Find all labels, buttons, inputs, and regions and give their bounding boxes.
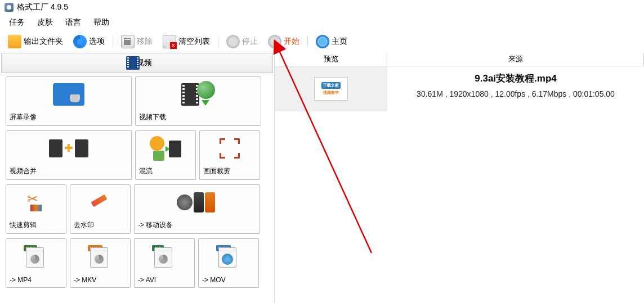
content-area: 视频 屏幕录像 视频下载 视频合并 混流 画面裁剪 [0,53,644,303]
separator [307,35,308,48]
home-button[interactable]: 主页 [311,33,352,51]
tile-grid: 屏幕录像 视频下载 视频合并 混流 画面裁剪 快速剪辑 [0,73,274,291]
file-name: 9.3ai安装教程.mp4 [399,72,633,85]
gear-play-icon [268,35,281,48]
titlebar: 格式工厂 4.9.5 [0,0,644,15]
globe-icon [316,35,329,48]
app-title: 格式工厂 4.9.5 [17,2,68,12]
document-x-icon [163,35,176,48]
stop-label: 停止 [242,37,258,47]
output-folder-button[interactable]: 输出文件夹 [3,33,68,51]
right-pane: 预览 来源 下载之家 视频教学 9.3ai安装教程.mp4 30.61M , 1… [275,53,644,303]
tile-quick-edit[interactable]: 快速剪辑 [6,184,66,234]
menubar: 任务 皮肤 语言 帮助 [0,15,644,30]
source-cell: 9.3ai安装教程.mp4 30.61M , 1920x1080 , 12.00… [387,66,644,111]
clear-label: 清空列表 [178,37,210,47]
file-info: 30.61M , 1920x1080 , 12.00fps , 6.17Mbps… [399,89,633,98]
separator [113,35,113,48]
tile-mix[interactable]: 混流 [135,130,196,180]
remove-label: 移除 [137,37,153,47]
toolbar: 输出文件夹 选项 移除 清空列表 停止 开始 主页 [0,30,644,53]
column-headers: 预览 来源 [275,53,644,66]
options-button[interactable]: 选项 [69,33,109,51]
start-label: 开始 [284,37,299,47]
tile-to-mkv[interactable]: MKV -> MKV [70,238,131,288]
tile-label: 视频下载 [138,112,258,122]
tile-to-mp4[interactable]: MP4 -> MP4 [6,238,66,288]
tile-screen-recorder[interactable]: 屏幕录像 [6,76,132,126]
home-label: 主页 [332,37,347,47]
tile-label: 视频合并 [8,166,129,176]
column-preview[interactable]: 预览 [275,53,387,66]
preview-cell: 下载之家 视频教学 [275,66,387,111]
start-button[interactable]: 开始 [263,33,304,51]
tile-video-download[interactable]: 视频下载 [135,76,261,126]
menu-task[interactable]: 任务 [3,16,30,29]
tile-to-mov[interactable]: MOV -> MOV [198,238,259,288]
gear-stop-icon [226,35,240,48]
thumbnail: 下载之家 视频教学 [314,77,348,101]
app-icon [5,3,14,12]
film-icon [126,56,140,70]
tile-video-merge[interactable]: 视频合并 [6,130,132,180]
tile-remove-watermark[interactable]: 去水印 [70,184,131,234]
tile-label: 快速剪辑 [8,220,64,230]
tile-to-mobile[interactable]: -> 移动设备 [134,184,260,234]
folder-icon [8,35,21,48]
tile-label: -> MKV [73,276,128,284]
tile-label: 去水印 [73,220,128,230]
tile-label: 屏幕录像 [8,112,129,122]
tile-label: -> 移动设备 [137,220,257,230]
separator [218,35,218,48]
tile-label: -> MOV [201,276,256,284]
gear-icon [73,35,87,48]
tile-label: 画面裁剪 [202,166,257,176]
menu-help[interactable]: 帮助 [88,16,115,29]
stop-button[interactable]: 停止 [222,33,262,51]
remove-button[interactable]: 移除 [117,33,157,51]
clear-list-button[interactable]: 清空列表 [158,33,214,51]
tile-to-avi[interactable]: AVI -> AVI [134,238,195,288]
category-bar-video[interactable]: 视频 [1,53,273,73]
left-pane: 视频 屏幕录像 视频下载 视频合并 混流 画面裁剪 [0,53,275,303]
options-label: 选项 [89,37,105,47]
tile-label: 混流 [138,166,193,176]
file-row[interactable]: 下载之家 视频教学 9.3ai安装教程.mp4 30.61M , 1920x10… [275,66,644,111]
tile-label: -> AVI [137,276,192,284]
menu-skin[interactable]: 皮肤 [32,16,59,29]
output-folder-label: 输出文件夹 [24,37,63,47]
menu-lang[interactable]: 语言 [60,16,87,29]
document-icon [121,35,135,48]
tile-label: -> MP4 [8,276,64,284]
column-source[interactable]: 来源 [387,53,644,66]
tile-crop[interactable]: 画面裁剪 [199,130,260,180]
